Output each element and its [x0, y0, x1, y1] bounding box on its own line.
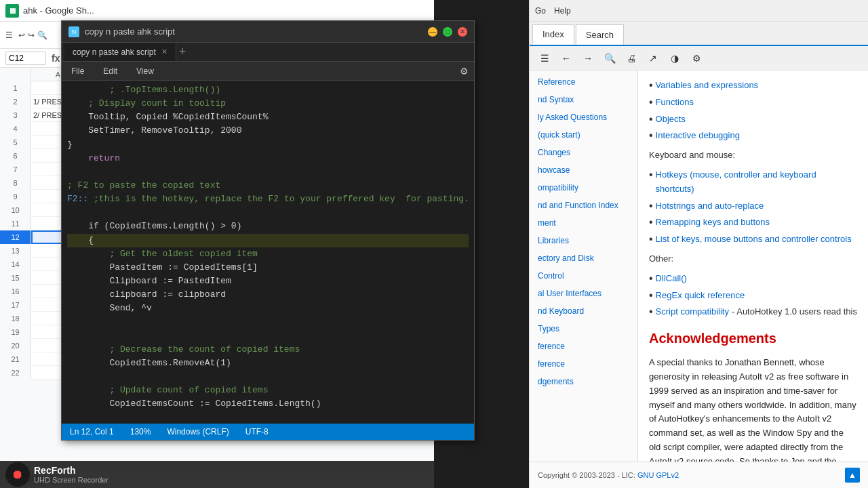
- tab-close-icon[interactable]: ✕: [161, 47, 167, 56]
- view-menu[interactable]: View: [132, 65, 158, 77]
- link-objects[interactable]: Objects: [656, 113, 686, 127]
- external-btn[interactable]: ↗: [644, 49, 663, 67]
- code-line: if (CopiedItems.Length() > 0): [67, 220, 469, 233]
- link-functions[interactable]: Functions: [656, 96, 694, 110]
- ack-paragraph1: A special thanks to Jonathan Bennett, wh…: [649, 356, 857, 462]
- code-line: [67, 370, 469, 384]
- code-line: [67, 206, 469, 220]
- sheets-topbar: ▦ ahk - Google Sh...: [0, 0, 434, 22]
- other-section-title: Other:: [649, 252, 857, 266]
- compat-suffix: - AutoHotkey 1.0 users read this: [732, 305, 857, 319]
- find-btn[interactable]: 🔍: [600, 49, 619, 67]
- footer-copyright: Copyright © 2003-2023 - LIC: GNU GPLv2: [538, 471, 679, 479]
- sidebar-item-funcindex[interactable]: nd and Function Index: [530, 197, 637, 214]
- code-line: ; Update count of copied items: [67, 384, 469, 397]
- keyboard-links: • Hotkeys (mouse, controller and keyboar…: [649, 168, 857, 247]
- sidebar-item-libraries[interactable]: Libraries: [530, 232, 637, 249]
- recorder-info: RecForth UHD Screen Recorder: [34, 465, 108, 484]
- tab-index[interactable]: Index: [532, 24, 574, 45]
- link-compat[interactable]: Script compatibility: [656, 305, 729, 319]
- sidebar-item-reference[interactable]: Reference: [530, 73, 637, 91]
- notepad-menubar: File Edit View ⚙: [62, 62, 474, 81]
- code-line: ; .TopItems.Length()): [67, 83, 469, 97]
- link-variables[interactable]: Variables and expressions: [656, 79, 759, 93]
- code-line: CopiedItemsCount := CopiedItems.Length(): [67, 397, 469, 411]
- code-line: [67, 165, 469, 179]
- sidebar-item-directorydisk[interactable]: ectory and Disk: [530, 249, 637, 267]
- sidebar-item-ref2[interactable]: ference: [530, 355, 637, 373]
- notepad-titlebar: N copy n paste ahk script — □ ✕: [62, 21, 474, 43]
- close-btn[interactable]: ✕: [458, 27, 467, 37]
- code-line-highlight: {: [67, 234, 469, 247]
- settings-gear-btn[interactable]: ⚙: [687, 49, 706, 67]
- link-debugging[interactable]: Interactive debugging: [656, 129, 740, 143]
- help-toolbar: ☰ ← → 🔍 🖨 ↗ ◑ ⚙: [530, 46, 868, 70]
- notepad-tab-active[interactable]: copy n paste ahk script ✕: [64, 43, 176, 61]
- ack-heading: Acknowledgements: [649, 327, 857, 349]
- file-menu[interactable]: File: [67, 65, 88, 77]
- code-editor[interactable]: ; .TopItems.Length()) ; Display count in…: [62, 81, 474, 424]
- notepad-statusbar: Ln 12, Col 1 130% Windows (CRLF) UTF-8: [62, 424, 474, 440]
- code-line: Tooltip, Copied %CopiedItemsCount%: [67, 110, 469, 124]
- cell-reference[interactable]: C12: [5, 52, 46, 65]
- code-line: [67, 315, 469, 329]
- help-sidebar: Reference nd Syntax ly Asked Questions (…: [530, 70, 638, 462]
- code-line: ; Get the oldest copied item: [67, 247, 469, 261]
- help-help-label[interactable]: Help: [554, 6, 571, 16]
- sidebar-item-ref1[interactable]: ference: [530, 338, 637, 355]
- sheets-icon: ▦: [5, 4, 19, 18]
- sidebar-item-showcase[interactable]: howcase: [530, 161, 637, 179]
- code-line: ; F2 to paste the copied text: [67, 179, 469, 192]
- print-btn[interactable]: 🖨: [622, 49, 641, 67]
- sidebar-item-quickstart[interactable]: (quick start): [530, 126, 637, 144]
- recorder-name: RecForth: [34, 465, 108, 476]
- keyboard-section-title: Keyboard and mouse:: [649, 148, 857, 163]
- menu-btn[interactable]: ☰: [535, 49, 554, 67]
- link-hotkeys[interactable]: Hotkeys (mouse, controller and keyboard …: [656, 168, 857, 197]
- back-btn[interactable]: ←: [557, 49, 576, 67]
- code-line: SetTimer, RemoveTooltip, 2000: [67, 124, 469, 138]
- contrast-btn[interactable]: ◑: [665, 49, 684, 67]
- help-go-label[interactable]: Go: [535, 6, 546, 16]
- link-keylist[interactable]: List of keys, mouse buttons and controll…: [656, 232, 852, 247]
- help-topbar: Go Help: [530, 0, 868, 22]
- code-line: F2:: ;this is the hotkey, replace the F2…: [67, 192, 469, 206]
- help-tabs: Index Search: [530, 22, 868, 46]
- add-tab-btn[interactable]: +: [179, 45, 186, 59]
- sidebar-item-types[interactable]: Types: [530, 320, 637, 338]
- sidebar-item-keyboard[interactable]: nd Keyboard: [530, 302, 637, 320]
- sheets-title: ahk - Google Sh...: [23, 5, 94, 16]
- sidebar-item-ment[interactable]: ment: [530, 214, 637, 232]
- sidebar-item-faq[interactable]: ly Asked Questions: [530, 108, 637, 126]
- row-num-header: [0, 68, 31, 81]
- tab-search[interactable]: Search: [576, 24, 624, 45]
- edit-menu[interactable]: Edit: [99, 65, 121, 77]
- sidebar-item-syntax[interactable]: nd Syntax: [530, 91, 637, 108]
- help-panel: Go Help Index Search ☰ ← → 🔍 🖨 ↗ ◑ ⚙ Ref…: [529, 0, 868, 488]
- link-regex[interactable]: RegEx quick reference: [656, 289, 745, 303]
- forward-btn[interactable]: →: [578, 49, 597, 67]
- settings-btn[interactable]: ⚙: [460, 66, 469, 77]
- help-main-content: • Variables and expressions • Functions …: [638, 70, 868, 462]
- sidebar-item-gui[interactable]: al User Interfaces: [530, 285, 637, 302]
- link-remapping[interactable]: Remapping keys and buttons: [656, 216, 770, 230]
- code-line: CopiedItems.RemoveAt(1): [67, 357, 469, 370]
- link-dllcall[interactable]: DllCall(): [656, 272, 687, 286]
- sidebar-item-dgements[interactable]: dgements: [530, 373, 637, 390]
- scroll-top-btn[interactable]: ▲: [845, 468, 860, 483]
- top-links: • Variables and expressions • Functions …: [649, 79, 857, 143]
- sidebar-item-changes[interactable]: Changes: [530, 144, 637, 161]
- maximize-btn[interactable]: □: [443, 27, 452, 37]
- code-line: return: [67, 152, 469, 165]
- window-controls: — □ ✕: [428, 27, 467, 37]
- recorder-subtitle: UHD Screen Recorder: [34, 476, 108, 484]
- recorder-widget: ⏺ RecForth UHD Screen Recorder: [5, 462, 108, 487]
- license-link[interactable]: GNU GPLv2: [637, 471, 679, 479]
- taskbar: ⏺ RecForth UHD Screen Recorder: [0, 461, 434, 488]
- minimize-btn[interactable]: —: [428, 27, 437, 37]
- sidebar-item-compat[interactable]: ompatibility: [530, 179, 637, 197]
- link-hotstrings[interactable]: Hotstrings and auto-replace: [656, 199, 764, 214]
- code-line: ; Decrease the count of copied items: [67, 343, 469, 357]
- notepad-window: N copy n paste ahk script — □ ✕ copy n p…: [61, 20, 475, 441]
- sidebar-item-control[interactable]: Control: [530, 267, 637, 285]
